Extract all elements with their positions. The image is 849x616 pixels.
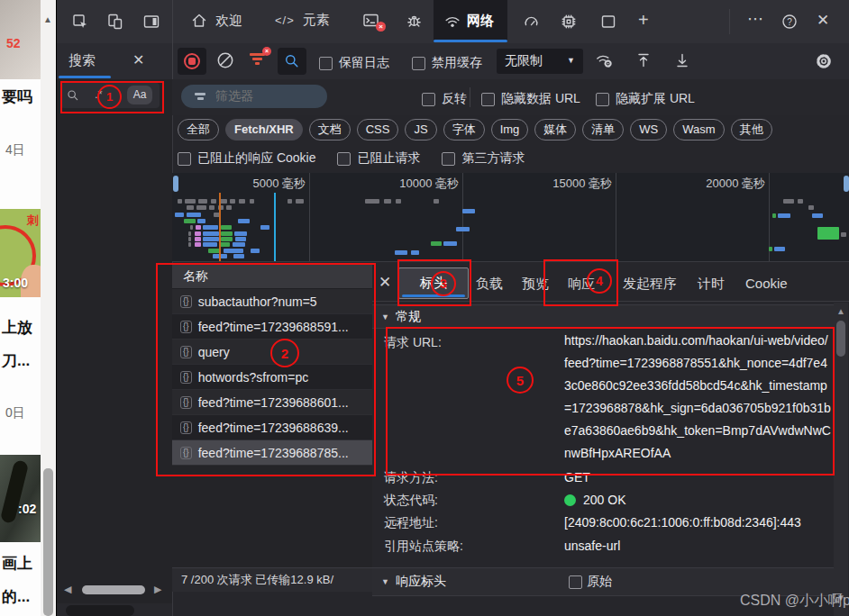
inspect-element-icon[interactable]: [71, 13, 89, 31]
scroll-up-arrow-icon[interactable]: ▲: [43, 14, 52, 24]
filter-input[interactable]: [214, 87, 321, 104]
details-scrollbar-thumb[interactable]: [836, 321, 845, 357]
json-icon: {}: [180, 295, 192, 308]
preserve-log-checkbox[interactable]: 保留日志: [319, 55, 389, 71]
disable-cache-checkbox[interactable]: 禁用缓存: [412, 55, 482, 71]
video-title[interactable]: 的...: [2, 586, 30, 607]
request-row[interactable]: {}feed?time=17239688591...: [172, 314, 372, 340]
close-details-icon[interactable]: ✕: [379, 273, 391, 292]
tab-elements[interactable]: </> 元素: [275, 12, 330, 29]
waterfall-bar: [198, 199, 207, 204]
video-title[interactable]: 画上: [2, 553, 32, 574]
raw-headers-checkbox[interactable]: 原始: [569, 574, 612, 590]
video-thumbnail[interactable]: :02: [0, 455, 41, 542]
video-thumbnail[interactable]: 刺 3:00: [0, 209, 41, 297]
debugger-bug-icon[interactable]: [405, 12, 424, 30]
request-row[interactable]: {}query: [172, 340, 372, 365]
chip-ws[interactable]: WS: [630, 119, 667, 140]
chip-img[interactable]: Img: [491, 119, 529, 140]
clear-network-log-icon[interactable]: [215, 50, 235, 70]
dock-side-icon[interactable]: [142, 13, 160, 31]
tab-response[interactable]: 响应: [568, 276, 595, 293]
hscroll-thumb[interactable]: [82, 585, 145, 594]
tab-console-icon[interactable]: ×: [361, 12, 380, 30]
overview-left-handle[interactable]: [173, 176, 178, 192]
waterfall-bar: [250, 199, 254, 204]
application-icon[interactable]: [599, 13, 617, 31]
details-scrollbar[interactable]: ▲ ▼: [834, 303, 848, 616]
timeline-tick-label: 20000 毫秒: [688, 176, 765, 192]
device-emulation-icon[interactable]: [105, 13, 123, 31]
json-icon: {}: [180, 421, 192, 434]
video-title[interactable]: 刀...: [2, 350, 30, 371]
request-row[interactable]: {}hotwords?sfrom=pc: [172, 365, 372, 390]
home-icon: [190, 12, 208, 30]
page-scrollbar-thumb[interactable]: [43, 468, 53, 616]
request-row[interactable]: {}feed?time=17239688601...: [172, 390, 372, 415]
tab-preview[interactable]: 预览: [522, 276, 549, 293]
chip-other[interactable]: 其他: [731, 119, 772, 140]
throttling-select[interactable]: 无限制 ▼: [497, 49, 583, 74]
blocked-response-cookies-checkbox[interactable]: 已阻止的响应 Cookie: [178, 150, 315, 167]
export-har-icon[interactable]: [673, 51, 691, 69]
filter-icon[interactable]: ×: [248, 53, 266, 67]
request-row[interactable]: {}subactauthor?num=5: [172, 289, 372, 314]
tab-timing[interactable]: 计时: [698, 276, 725, 293]
chip-css[interactable]: CSS: [357, 119, 399, 140]
section-general[interactable]: ▼ 常规: [372, 304, 834, 329]
record-network-button[interactable]: [178, 48, 206, 75]
waterfall-bar: [774, 247, 785, 251]
waterfall-bar: [235, 237, 246, 241]
memory-chip-icon[interactable]: [560, 13, 578, 31]
search-network-button[interactable]: [278, 48, 306, 75]
performance-gauge-icon[interactable]: [522, 13, 541, 31]
network-conditions-icon[interactable]: [594, 51, 614, 69]
search-input[interactable]: .* Aa: [60, 83, 160, 108]
hide-extension-urls-checkbox[interactable]: 隐藏扩展 URL: [596, 91, 695, 107]
column-header-name[interactable]: 名称: [172, 263, 372, 289]
request-row-selected[interactable]: {}feed?time=17239688785...: [172, 440, 372, 466]
scroll-up-arrow-icon[interactable]: ▲: [836, 306, 845, 316]
chip-media[interactable]: 媒体: [534, 119, 576, 140]
more-tabs-plus-icon[interactable]: +: [638, 11, 649, 29]
chip-wasm[interactable]: Wasm: [673, 119, 724, 140]
chip-font[interactable]: 字体: [443, 119, 485, 140]
waterfall-bar: [230, 199, 235, 204]
chip-doc[interactable]: 文档: [309, 119, 351, 140]
tab-cookies[interactable]: Cookie: [745, 276, 788, 291]
more-options-icon[interactable]: ⋯: [747, 9, 763, 29]
chip-manifest[interactable]: 清单: [582, 119, 624, 140]
case-sensitive-toggle[interactable]: Aa: [127, 86, 152, 104]
blocked-requests-checkbox[interactable]: 已阻止请求: [337, 150, 420, 167]
invert-checkbox[interactable]: 反转: [422, 91, 467, 107]
hscroll-right-arrow-icon[interactable]: ▶: [154, 584, 161, 595]
wifi-icon: [443, 13, 461, 31]
help-icon[interactable]: ?: [781, 13, 799, 31]
hscroll-left-arrow-icon[interactable]: ◀: [64, 584, 71, 595]
tab-initiator[interactable]: 发起程序: [623, 276, 677, 293]
hide-data-urls-checkbox[interactable]: 隐藏数据 URL: [481, 91, 580, 107]
third-party-requests-checkbox[interactable]: 第三方请求: [442, 150, 525, 167]
chip-js[interactable]: JS: [405, 119, 436, 140]
tab-headers[interactable]: 标头: [398, 267, 469, 299]
network-settings-gear-icon[interactable]: [814, 51, 834, 71]
filter-input-pill[interactable]: [181, 85, 327, 108]
chip-all[interactable]: 全部: [178, 119, 219, 140]
section-general-title: 常规: [396, 309, 421, 325]
close-search-icon[interactable]: ✕: [132, 51, 144, 68]
regex-toggle[interactable]: .*: [95, 87, 103, 101]
video-title[interactable]: 上放: [2, 317, 32, 338]
tab-network[interactable]: 网络: [434, 0, 507, 42]
close-devtools-icon[interactable]: ✕: [817, 11, 829, 30]
overview-right-handle[interactable]: [844, 176, 849, 192]
request-row[interactable]: {}feed?time=17239688639...: [172, 415, 372, 440]
video-thumbnail[interactable]: 52: [0, 0, 41, 79]
chip-fetch-xhr[interactable]: Fetch/XHR: [225, 119, 303, 140]
devtools-tabbar: 欢迎 </> 元素 × 网络: [57, 0, 849, 44]
tab-payload[interactable]: 负载: [476, 276, 503, 293]
network-overview-timeline[interactable]: 5000 毫秒10000 毫秒15000 毫秒20000 毫秒: [172, 173, 849, 262]
video-title[interactable]: 要吗: [2, 86, 32, 107]
tab-welcome[interactable]: 欢迎: [190, 12, 242, 30]
import-har-icon[interactable]: [634, 51, 653, 69]
tab-search-label[interactable]: 搜索: [68, 52, 96, 69]
